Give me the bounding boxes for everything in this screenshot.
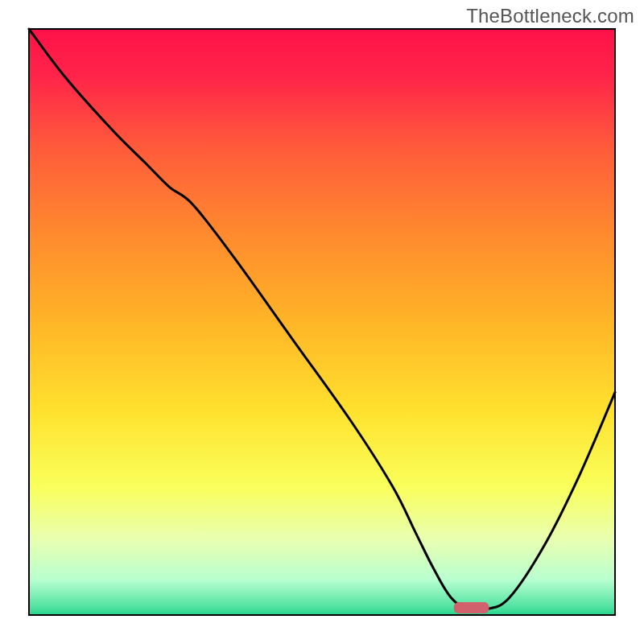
optimal-marker bbox=[454, 602, 489, 613]
chart-container: TheBottleneck.com bbox=[0, 0, 644, 644]
plot-background bbox=[29, 29, 615, 615]
chart-svg bbox=[0, 0, 644, 644]
